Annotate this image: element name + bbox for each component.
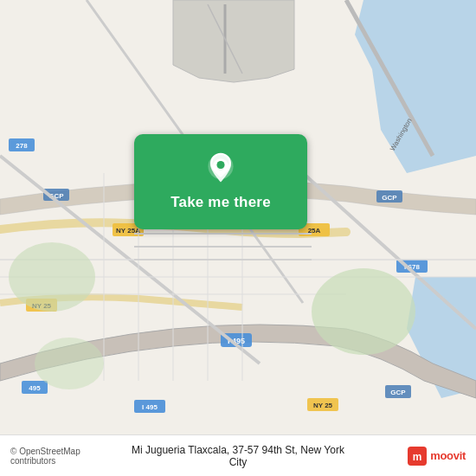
svg-marker-45 <box>173 0 294 82</box>
svg-text:GCP: GCP <box>390 389 406 396</box>
place-info: Mi Jugueria Tlaxcala, 37-57 94th St, New… <box>125 444 352 468</box>
svg-point-48 <box>312 268 415 355</box>
svg-text:278: 278 <box>16 142 28 150</box>
svg-text:NY 25: NY 25 <box>313 402 333 409</box>
svg-point-50 <box>35 338 104 389</box>
moovit-logo: m moovit <box>352 447 466 466</box>
map-svg: I 495 GCP GCP GCP GCP NY 25A 25A NY 25 N… <box>0 0 476 476</box>
map-container: I 495 GCP GCP GCP GCP NY 25A 25A NY 25 N… <box>0 0 476 476</box>
location-pin-icon <box>203 152 238 187</box>
osm-attribution: © OpenStreetMap contributors <box>10 447 125 466</box>
svg-text:495: 495 <box>29 384 41 392</box>
take-me-there-label: Take me there <box>170 194 271 211</box>
moovit-text: moovit <box>430 449 466 462</box>
take-me-there-button[interactable]: Take me there <box>134 134 307 229</box>
bottom-bar: © OpenStreetMap contributors Mi Jugueria… <box>0 434 476 476</box>
svg-text:I 495: I 495 <box>142 403 158 411</box>
svg-point-49 <box>9 242 95 312</box>
svg-text:m: m <box>413 450 422 462</box>
svg-point-57 <box>216 161 224 169</box>
moovit-m-icon: m <box>408 447 427 466</box>
svg-text:GCP: GCP <box>382 194 397 202</box>
